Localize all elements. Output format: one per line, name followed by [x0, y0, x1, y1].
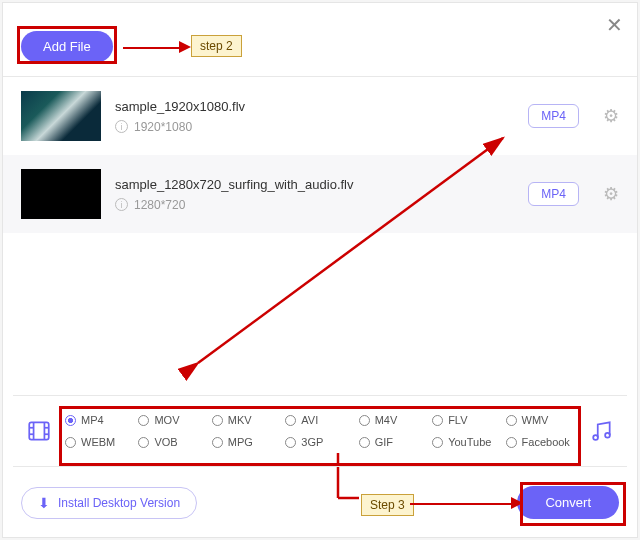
radio-icon — [65, 415, 76, 426]
audio-format-icon[interactable] — [585, 415, 617, 447]
radio-icon — [432, 437, 443, 448]
file-resolution-text: 1920*1080 — [134, 120, 192, 134]
format-option-m4v[interactable]: M4V — [359, 414, 428, 426]
format-label: VOB — [154, 436, 177, 448]
format-label: AVI — [301, 414, 318, 426]
format-label: MKV — [228, 414, 252, 426]
file-output-format[interactable]: MP4 — [528, 182, 579, 206]
svg-point-10 — [593, 435, 598, 440]
radio-icon — [432, 415, 443, 426]
svg-point-11 — [605, 433, 610, 438]
radio-icon — [138, 415, 149, 426]
file-resolution-text: 1280*720 — [134, 198, 185, 212]
annotation-step2-label: step 2 — [191, 35, 242, 57]
format-label: M4V — [375, 414, 398, 426]
format-option-avi[interactable]: AVI — [285, 414, 354, 426]
radio-icon — [212, 437, 223, 448]
radio-icon — [285, 415, 296, 426]
radio-icon — [506, 437, 517, 448]
file-name: sample_1280x720_surfing_with_audio.flv — [115, 177, 514, 192]
file-resolution: i 1920*1080 — [115, 120, 514, 134]
format-option-gif[interactable]: GIF — [359, 436, 428, 448]
format-option-mpg[interactable]: MPG — [212, 436, 281, 448]
gear-icon[interactable]: ⚙ — [603, 105, 619, 127]
format-label: YouTube — [448, 436, 491, 448]
annotation-step3-label: Step 3 — [361, 494, 414, 516]
format-option-youtube[interactable]: YouTube — [432, 436, 501, 448]
format-option-mp4[interactable]: MP4 — [65, 414, 134, 426]
format-option-flv[interactable]: FLV — [432, 414, 501, 426]
info-icon: i — [115, 198, 128, 211]
format-option-wmv[interactable]: WMV — [506, 414, 575, 426]
download-icon: ⬇ — [38, 495, 50, 511]
radio-icon — [65, 437, 76, 448]
install-desktop-label: Install Desktop Version — [58, 496, 180, 510]
info-icon: i — [115, 120, 128, 133]
file-row: sample_1280x720_surfing_with_audio.flv i… — [3, 155, 637, 233]
convert-button[interactable]: Convert — [517, 486, 619, 519]
format-label: GIF — [375, 436, 393, 448]
format-label: WMV — [522, 414, 549, 426]
format-label: MOV — [154, 414, 179, 426]
format-label: MP4 — [81, 414, 104, 426]
radio-icon — [506, 415, 517, 426]
file-output-format[interactable]: MP4 — [528, 104, 579, 128]
file-list: sample_1920x1080.flv i 1920*1080 MP4 ⚙ s… — [3, 77, 637, 233]
video-format-icon[interactable] — [23, 415, 55, 447]
svg-rect-3 — [29, 422, 49, 439]
radio-icon — [138, 437, 149, 448]
format-option-facebook[interactable]: Facebook — [506, 436, 575, 448]
radio-icon — [359, 415, 370, 426]
file-resolution: i 1280*720 — [115, 198, 514, 212]
file-thumbnail — [21, 91, 101, 141]
install-desktop-button[interactable]: ⬇ Install Desktop Version — [21, 487, 197, 519]
radio-icon — [359, 437, 370, 448]
file-name: sample_1920x1080.flv — [115, 99, 514, 114]
radio-icon — [285, 437, 296, 448]
gear-icon[interactable]: ⚙ — [603, 183, 619, 205]
format-option-webm[interactable]: WEBM — [65, 436, 134, 448]
file-thumbnail — [21, 169, 101, 219]
format-label: FLV — [448, 414, 467, 426]
radio-icon — [212, 415, 223, 426]
format-panel: MP4 MOV MKV AVI M4V FLV WMV WEBM VOB MPG… — [13, 395, 627, 467]
format-label: MPG — [228, 436, 253, 448]
format-option-mov[interactable]: MOV — [138, 414, 207, 426]
format-option-3gp[interactable]: 3GP — [285, 436, 354, 448]
format-option-mkv[interactable]: MKV — [212, 414, 281, 426]
format-option-vob[interactable]: VOB — [138, 436, 207, 448]
file-row: sample_1920x1080.flv i 1920*1080 MP4 ⚙ — [3, 77, 637, 155]
add-file-button[interactable]: Add File — [21, 31, 113, 62]
format-label: 3GP — [301, 436, 323, 448]
format-label: Facebook — [522, 436, 570, 448]
format-label: WEBM — [81, 436, 115, 448]
